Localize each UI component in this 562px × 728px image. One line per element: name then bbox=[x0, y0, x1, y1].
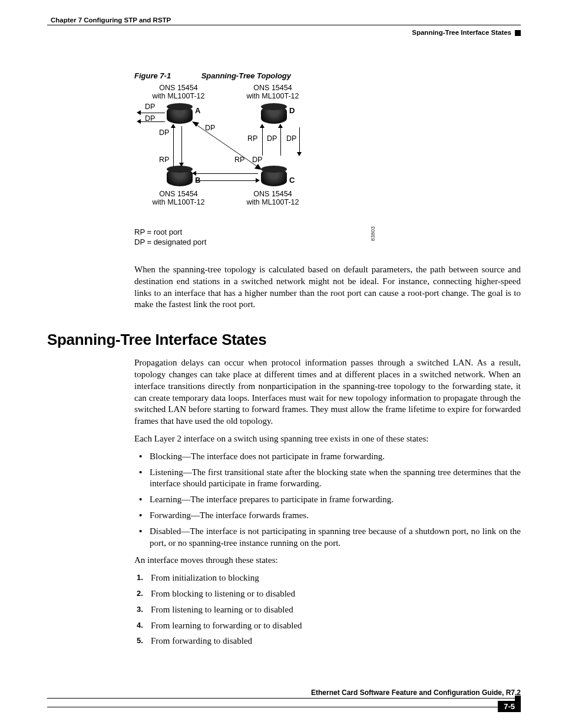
port-dp-a-down: DP bbox=[159, 129, 169, 137]
paragraph-after-figure: When the spanning-tree topology is calcu… bbox=[134, 264, 521, 311]
figure-legend: RP = root port DP = designated port bbox=[134, 228, 206, 248]
transitions-lead: An interface moves through these states: bbox=[134, 555, 521, 566]
list-item: Disabled—The interface is not participat… bbox=[147, 526, 521, 549]
legend-rp: RP = root port bbox=[134, 228, 206, 238]
header-marker bbox=[515, 30, 521, 36]
device-a bbox=[167, 106, 193, 124]
list-item: Learning—The interface prepares to parti… bbox=[147, 494, 521, 506]
list-item: From listening to learning or to disable… bbox=[147, 604, 521, 616]
legend-dp: DP = designated port bbox=[134, 238, 206, 248]
states-lead: Each Layer 2 interface on a switch using… bbox=[134, 433, 521, 445]
list-item: Blocking—The interface does not particip… bbox=[147, 451, 521, 463]
section-intro-paragraph: Propagation delays can occur when protoc… bbox=[134, 357, 521, 427]
figure-title: Spanning-Tree Topology bbox=[201, 71, 291, 80]
port-dp-a-left-top: DP bbox=[145, 103, 155, 111]
states-list: Blocking—The interface does not particip… bbox=[134, 451, 521, 549]
device-b bbox=[167, 169, 193, 186]
port-dp-d-mid: DP bbox=[267, 134, 277, 143]
page-number: 7-5 bbox=[498, 701, 521, 712]
port-rp-d-left: RP bbox=[247, 134, 257, 143]
list-item: From blocking to listening or to disable… bbox=[147, 588, 521, 600]
device-b-label: ONS 15454 with ML100T-12 bbox=[146, 190, 211, 207]
section-header-row: Spanning-Tree Interface States bbox=[47, 29, 521, 36]
port-dp-d-right: DP bbox=[286, 134, 296, 143]
port-rp-c-diag: RP bbox=[234, 156, 244, 164]
device-c-label: ONS 15454 with ML100T-12 bbox=[240, 190, 305, 207]
port-dp-c-left: DP bbox=[252, 156, 262, 164]
svg-line-0 bbox=[193, 123, 260, 169]
section-header: Spanning-Tree Interface States bbox=[412, 29, 511, 36]
list-item: Listening—The first transitional state a… bbox=[147, 467, 521, 490]
svg-marker-1 bbox=[254, 164, 262, 170]
node-a-letter: A bbox=[195, 106, 200, 115]
device-d bbox=[261, 106, 287, 124]
port-rp-b-up: RP bbox=[159, 156, 169, 164]
device-d-label: ONS 15454 with ML100T-12 bbox=[240, 84, 305, 101]
footer-guide-title: Ethernet Card Software Feature and Confi… bbox=[47, 689, 521, 697]
list-item: From forwarding to disabled bbox=[147, 635, 521, 647]
figure-7-1: Figure 7-1 Spanning-Tree Topology ONS 15… bbox=[134, 71, 358, 228]
header-rule bbox=[47, 25, 521, 25]
figure-id: 83803 bbox=[370, 226, 376, 241]
figure-number: Figure 7-1 bbox=[134, 71, 199, 80]
transitions-list: From initialization to blocking From blo… bbox=[134, 572, 521, 647]
section-heading: Spanning-Tree Interface States bbox=[47, 331, 521, 349]
chapter-header: Chapter 7 Configuring STP and RSTP bbox=[51, 17, 521, 24]
device-c bbox=[261, 169, 287, 186]
figure-caption: Figure 7-1 Spanning-Tree Topology bbox=[134, 71, 358, 80]
page-footer: Ethernet Card Software Feature and Confi… bbox=[47, 689, 521, 714]
node-d-letter: D bbox=[289, 106, 295, 115]
device-a-label: ONS 15454 with ML100T-12 bbox=[146, 84, 211, 101]
list-item: Forwarding—The interface forwards frames… bbox=[147, 510, 521, 522]
list-item: From initialization to blocking bbox=[147, 572, 521, 584]
topology-diagram: ONS 15454 with ML100T-12 A ONS 15454 wit… bbox=[134, 86, 358, 228]
node-c-letter: C bbox=[289, 176, 295, 185]
list-item: From learning to forwarding or to disabl… bbox=[147, 620, 521, 632]
